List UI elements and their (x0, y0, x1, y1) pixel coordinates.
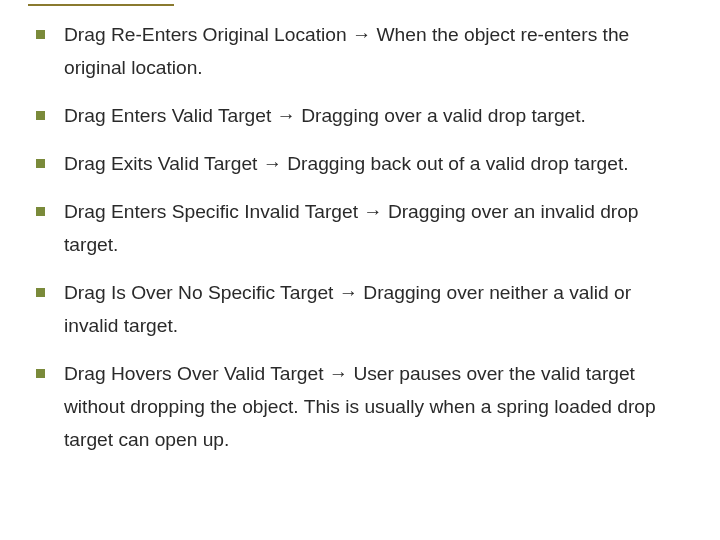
arrow-icon: → (277, 105, 296, 126)
term: Drag Hovers Over Valid Target (64, 363, 324, 384)
list-item: Drag Hovers Over Valid Target → User pau… (34, 357, 686, 456)
description: Dragging over a valid drop target. (301, 105, 586, 126)
arrow-icon: → (339, 282, 358, 303)
square-bullet-icon (36, 111, 45, 120)
list-item: Drag Re-Enters Original Location → When … (34, 18, 686, 84)
square-bullet-icon (36, 369, 45, 378)
term: Drag Enters Valid Target (64, 105, 271, 126)
slide: Drag Re-Enters Original Location → When … (0, 0, 720, 540)
square-bullet-icon (36, 30, 45, 39)
term: Drag Exits Valid Target (64, 153, 257, 174)
arrow-icon: → (363, 201, 382, 222)
term: Drag Is Over No Specific Target (64, 282, 333, 303)
description: Dragging back out of a valid drop target… (287, 153, 628, 174)
square-bullet-icon (36, 207, 45, 216)
bullet-list: Drag Re-Enters Original Location → When … (34, 18, 686, 456)
list-item: Drag Is Over No Specific Target → Draggi… (34, 276, 686, 342)
list-item: Drag Enters Valid Target → Dragging over… (34, 99, 686, 132)
top-rule (28, 4, 174, 6)
term: Drag Enters Specific Invalid Target (64, 201, 358, 222)
list-item: Drag Exits Valid Target → Dragging back … (34, 147, 686, 180)
term: Drag Re-Enters Original Location (64, 24, 347, 45)
arrow-icon: → (263, 153, 282, 174)
square-bullet-icon (36, 159, 45, 168)
arrow-icon: → (352, 24, 371, 45)
arrow-icon: → (329, 363, 348, 384)
list-item: Drag Enters Specific Invalid Target → Dr… (34, 195, 686, 261)
square-bullet-icon (36, 288, 45, 297)
